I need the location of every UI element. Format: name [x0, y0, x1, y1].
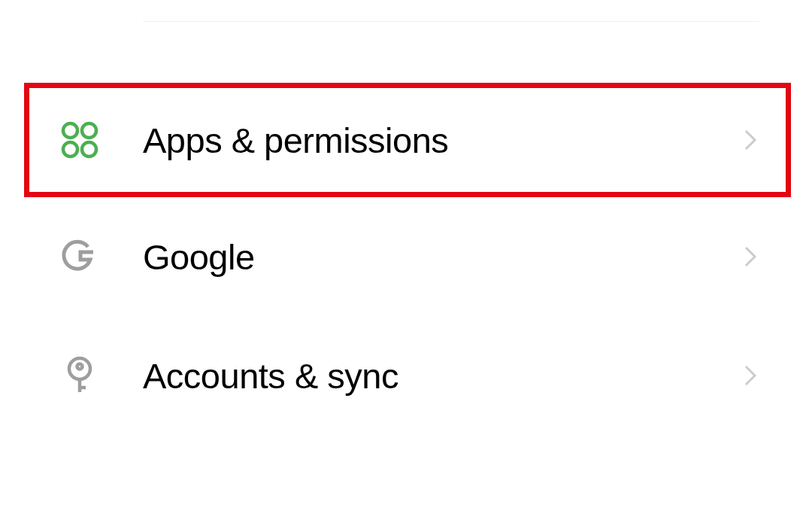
svg-rect-2	[63, 142, 77, 157]
chevron-right-icon	[741, 242, 759, 272]
key-icon	[60, 356, 99, 395]
settings-list: Apps & permissions Google	[0, 83, 812, 435]
chevron-right-icon	[741, 125, 759, 155]
svg-point-5	[77, 364, 83, 370]
settings-item-accounts-sync[interactable]: Accounts & sync	[0, 316, 812, 435]
svg-rect-3	[82, 142, 96, 157]
settings-item-label: Accounts & sync	[143, 355, 741, 397]
apps-icon	[60, 120, 99, 160]
settings-item-label: Google	[143, 236, 741, 278]
chevron-right-icon	[741, 360, 759, 391]
google-icon	[60, 237, 99, 276]
settings-item-apps-permissions[interactable]: Apps & permissions	[24, 83, 791, 197]
svg-rect-0	[63, 123, 77, 138]
divider	[143, 21, 759, 22]
settings-item-google[interactable]: Google	[0, 197, 812, 316]
settings-item-label: Apps & permissions	[143, 120, 741, 161]
svg-rect-1	[82, 123, 96, 138]
